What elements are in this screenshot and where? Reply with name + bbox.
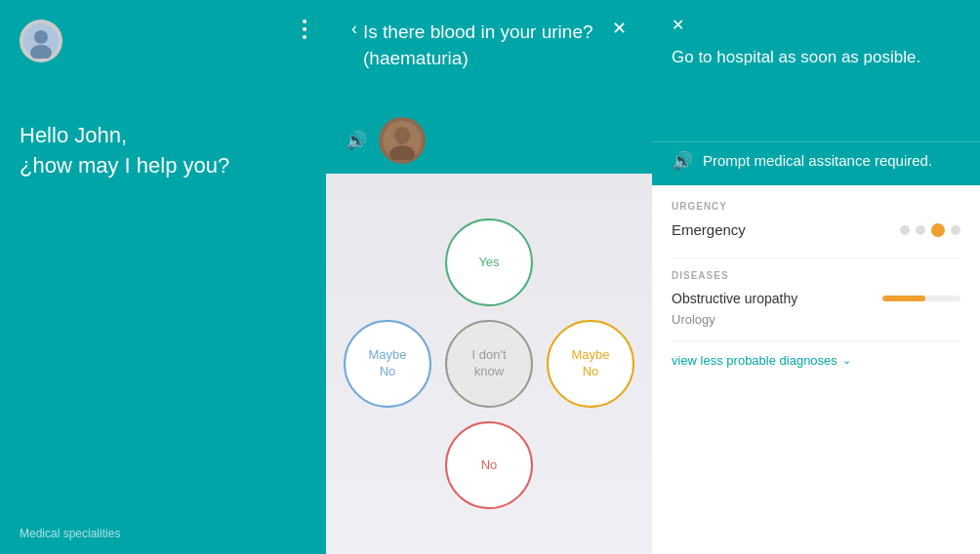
disease-name: Obstructive uropathy	[672, 291, 797, 306]
view-more-link[interactable]: view less probable diagnoses ⌄	[672, 353, 960, 368]
view-more-text: view less probable diagnoses	[672, 353, 837, 368]
menu-button[interactable]	[303, 20, 306, 39]
panel-left: Hello John, ¿how may I help you? Medical…	[0, 0, 326, 554]
dot-3-active	[931, 223, 945, 237]
disease-bar-wrap	[882, 296, 960, 301]
dot-4	[951, 225, 960, 235]
panel-middle: ‹ Is there blood in your urine? (haematu…	[326, 0, 652, 554]
media-thumbnail	[379, 117, 426, 164]
diseases-label: DISEASES	[672, 270, 960, 281]
answer-maybe-no-right[interactable]: MaybeNo	[547, 320, 634, 408]
greeting-text: Hello John, ¿how may I help you?	[20, 121, 306, 181]
back-button[interactable]: ‹	[346, 18, 363, 39]
secondary-section: 🔊 Prompt medical assitance required.	[652, 141, 980, 185]
answer-no[interactable]: No	[445, 421, 533, 509]
avatar	[20, 20, 62, 62]
svg-point-1	[34, 30, 48, 44]
info-area: URGENCY Emergency DISEASES Obstructive u…	[652, 185, 980, 554]
disease-row: Obstructive uropathy	[672, 291, 960, 306]
question-text: Is there blood in your urine? (haematuri…	[363, 18, 606, 71]
urgency-value: Emergency	[672, 221, 746, 238]
speaker-icon[interactable]: 🔊	[346, 130, 367, 151]
media-row: 🔊	[326, 107, 652, 174]
close-button[interactable]: ✕	[606, 18, 633, 39]
answers-row-top: Yes	[445, 218, 533, 306]
close-x-button[interactable]: ✕	[672, 16, 960, 34]
disease-sub: Urology	[672, 312, 960, 327]
answer-dont-know[interactable]: I don'tknow	[445, 320, 533, 408]
dot-1	[900, 225, 910, 235]
answers-row-middle: MaybeNo I don'tknow MaybeNo	[344, 320, 634, 408]
alert-section: ✕ Go to hospital as soon as posible.	[652, 0, 980, 141]
dot-2	[916, 225, 925, 235]
answer-yes[interactable]: Yes	[445, 218, 533, 306]
question-header: ‹ Is there blood in your urine? (haematu…	[326, 0, 652, 107]
answers-row-bottom: No	[445, 421, 533, 509]
urgency-row: Emergency	[672, 221, 960, 238]
panel-right: ✕ Go to hospital as soon as posible. 🔊 P…	[652, 0, 980, 554]
divider-1	[672, 257, 960, 258]
urgency-label: URGENCY	[672, 201, 960, 212]
alert-secondary-text: Prompt medical assitance required.	[703, 150, 960, 172]
svg-point-4	[394, 127, 410, 144]
chevron-down-icon: ⌄	[842, 354, 851, 367]
divider-2	[672, 340, 960, 341]
urgency-dots	[900, 223, 960, 237]
alert-primary-text: Go to hospital as soon as posible.	[672, 46, 960, 70]
footer-text: Medical specialities	[20, 527, 120, 540]
answer-maybe-no-left[interactable]: MaybeNo	[344, 320, 431, 408]
disease-bar	[882, 296, 925, 301]
answers-area: Yes MaybeNo I don'tknow MaybeNo No	[326, 174, 652, 554]
speaker-icon-right[interactable]: 🔊	[672, 150, 693, 172]
